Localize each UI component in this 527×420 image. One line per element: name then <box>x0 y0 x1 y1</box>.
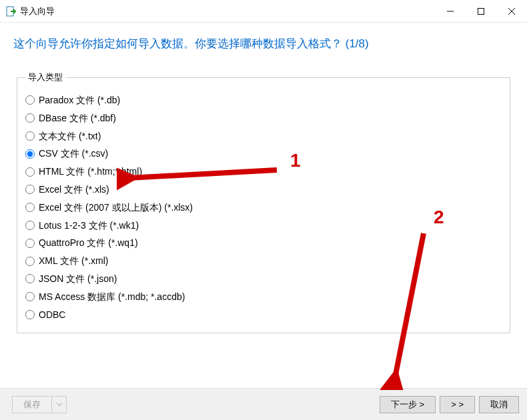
radio-label[interactable]: Excel 文件 (*.xls) <box>39 184 109 195</box>
radio-input[interactable] <box>25 167 35 177</box>
window-controls <box>435 0 527 22</box>
radio-input[interactable] <box>25 310 35 319</box>
fieldset-legend: 导入类型 <box>25 71 65 83</box>
radio-input[interactable] <box>25 185 35 194</box>
radio-label[interactable]: Excel 文件 (2007 或以上版本) (*.xlsx) <box>39 202 193 213</box>
save-dropdown-button[interactable] <box>52 396 67 413</box>
minimize-button[interactable] <box>435 0 466 22</box>
radio-label[interactable]: JSON 文件 (*.json) <box>39 273 117 285</box>
radio-option[interactable]: XML 文件 (*.xml) <box>25 252 502 270</box>
save-button[interactable]: 保存 <box>12 396 52 413</box>
skip-button[interactable]: > > <box>440 396 475 413</box>
radio-option[interactable]: MS Access 数据库 (*.mdb; *.accdb) <box>25 288 502 306</box>
radio-option[interactable]: CSV 文件 (*.csv) <box>25 145 502 163</box>
radio-input[interactable] <box>25 274 35 283</box>
close-button[interactable] <box>496 0 527 22</box>
window-title: 导入向导 <box>20 5 435 17</box>
radio-input[interactable] <box>25 239 35 248</box>
page-title: 这个向导允许你指定如何导入数据。你要选择哪种数据导入格式？ (1/8) <box>0 23 527 58</box>
radio-label[interactable]: CSV 文件 (*.csv) <box>39 148 108 159</box>
app-icon <box>5 6 16 17</box>
svg-rect-3 <box>478 8 484 14</box>
radio-option[interactable]: Paradox 文件 (*.db) <box>25 91 502 109</box>
import-type-fieldset: 导入类型 Paradox 文件 (*.db)DBase 文件 (*.dbf)文本… <box>17 71 510 333</box>
radio-option[interactable]: QuattroPro 文件 (*.wq1) <box>25 234 502 252</box>
radio-input[interactable] <box>25 292 35 301</box>
next-button[interactable]: 下一步 > <box>380 396 436 413</box>
bottom-toolbar: 保存 下一步 > > > 取消 <box>0 388 527 420</box>
radio-label[interactable]: HTML 文件 (*.htm;*.html) <box>39 166 142 177</box>
chevron-down-icon <box>57 403 62 407</box>
radio-label[interactable]: QuattroPro 文件 (*.wq1) <box>39 237 138 249</box>
radio-option[interactable]: Lotus 1-2-3 文件 (*.wk1) <box>25 217 502 235</box>
radio-option[interactable]: Excel 文件 (*.xls) <box>25 181 502 199</box>
radio-option[interactable]: Excel 文件 (2007 或以上版本) (*.xlsx) <box>25 199 502 217</box>
radio-option[interactable]: JSON 文件 (*.json) <box>25 270 502 288</box>
radio-input[interactable] <box>25 203 35 212</box>
radio-option[interactable]: DBase 文件 (*.dbf) <box>25 109 502 127</box>
radio-label[interactable]: XML 文件 (*.xml) <box>39 255 108 267</box>
radio-label[interactable]: DBase 文件 (*.dbf) <box>39 113 116 124</box>
radio-input[interactable] <box>25 257 35 266</box>
maximize-button[interactable] <box>466 0 496 22</box>
radio-input[interactable] <box>25 131 35 141</box>
radio-label[interactable]: ODBC <box>39 309 65 321</box>
radio-list: Paradox 文件 (*.db)DBase 文件 (*.dbf)文本文件 (*… <box>25 91 502 323</box>
radio-label[interactable]: Lotus 1-2-3 文件 (*.wk1) <box>39 220 139 231</box>
radio-input[interactable] <box>25 221 35 230</box>
cancel-button[interactable]: 取消 <box>479 396 519 413</box>
radio-option[interactable]: 文本文件 (*.txt) <box>25 127 502 145</box>
radio-option[interactable]: HTML 文件 (*.htm;*.html) <box>25 163 502 181</box>
radio-input[interactable] <box>25 113 35 123</box>
radio-input[interactable] <box>25 95 35 105</box>
radio-label[interactable]: 文本文件 (*.txt) <box>39 131 101 142</box>
titlebar: 导入向导 <box>0 0 527 23</box>
radio-label[interactable]: MS Access 数据库 (*.mdb; *.accdb) <box>39 291 185 303</box>
content-area: 导入类型 Paradox 文件 (*.db)DBase 文件 (*.dbf)文本… <box>0 58 527 340</box>
radio-input[interactable] <box>25 149 35 159</box>
radio-label[interactable]: Paradox 文件 (*.db) <box>39 95 120 106</box>
radio-option[interactable]: ODBC <box>25 306 502 324</box>
